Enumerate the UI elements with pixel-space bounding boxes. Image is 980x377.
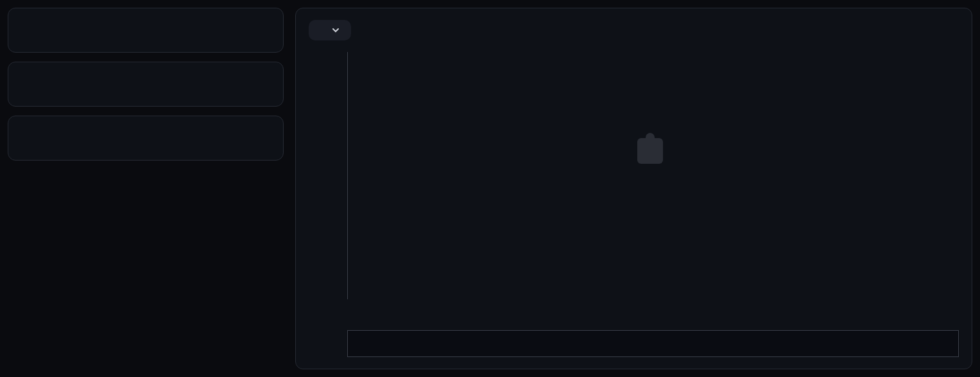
- x-axis: [347, 299, 959, 319]
- y-axis: [309, 52, 347, 299]
- chevron-down-icon: [332, 26, 340, 34]
- marketcap-card: [8, 8, 284, 53]
- plot-area[interactable]: [309, 52, 959, 357]
- bars-layer: [348, 52, 959, 299]
- change-card: [8, 62, 284, 107]
- time-brush[interactable]: [347, 328, 959, 357]
- chart-grid: [347, 52, 959, 299]
- dominance-card: [8, 116, 284, 161]
- chart-panel: [295, 8, 972, 369]
- metric-dropdown[interactable]: [309, 20, 351, 40]
- brush-track: [347, 330, 959, 357]
- stats-column: [8, 8, 284, 369]
